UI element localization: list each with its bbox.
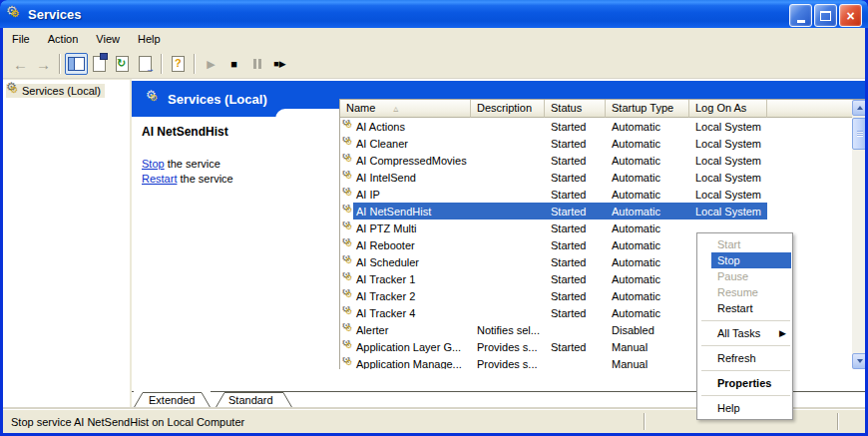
context-menu-item-stop[interactable]: Stop	[697, 252, 792, 268]
properties-button[interactable]	[88, 53, 111, 75]
service-gear-icon: ⚙⚙	[341, 120, 356, 134]
menu-separator	[701, 370, 790, 371]
service-gear-icon: ⚙⚙	[341, 221, 356, 235]
pause-icon	[252, 55, 262, 73]
context-menu-item-resume: Resume	[697, 284, 792, 300]
menu-view[interactable]: View	[87, 30, 129, 48]
service-gear-icon: ⚙⚙	[341, 154, 356, 168]
toolbar-separator	[59, 54, 61, 74]
cell-startup_type: Manual	[606, 341, 689, 353]
cell-name: ⚙⚙AI Tracker 1	[340, 272, 471, 286]
menu-help[interactable]: Help	[129, 30, 170, 48]
properties-icon	[93, 56, 106, 72]
cell-name: ⚙⚙Application Manage...	[340, 357, 471, 370]
service-row[interactable]: ⚙⚙AI IntelSendStartedAutomaticLocal Syst…	[340, 169, 852, 186]
cell-description: Provides s...	[471, 341, 545, 353]
status-text: Stop service AI NetSendHist on Local Com…	[11, 416, 244, 428]
cell-startup_type: Automatic	[606, 189, 689, 201]
export-list-button[interactable]: →	[134, 53, 157, 75]
cell-status: Started	[545, 273, 606, 285]
cell-startup_type: Automatic	[606, 222, 689, 234]
title-bar[interactable]: ⚙⚙ Services ×	[0, 0, 868, 28]
service-gear-icon: ⚙⚙	[341, 171, 356, 185]
tab-standard[interactable]: Standard	[228, 394, 273, 406]
column-header-name[interactable]: Name▵	[340, 100, 471, 118]
service-gear-icon: ⚙⚙	[341, 137, 356, 151]
cell-log_on_as: Local System	[689, 138, 767, 150]
context-menu-item-restart[interactable]: Restart	[697, 300, 792, 316]
tree-item-services-local[interactable]: ⚙⚙ Services (Local)	[6, 84, 105, 98]
minimize-button[interactable]	[789, 4, 812, 27]
menu-file[interactable]: File	[3, 30, 39, 48]
submenu-arrow-icon: ▶	[779, 325, 786, 341]
cell-name: ⚙⚙AI Scheduler	[340, 255, 471, 269]
context-menu-item-start: Start	[697, 236, 792, 252]
toolbar-separator	[161, 54, 163, 74]
service-row[interactable]: ⚙⚙AI IPStartedAutomaticLocal System	[340, 186, 852, 203]
cell-name: ⚙⚙AI Tracker 2	[340, 289, 471, 303]
cell-startup_type: Automatic	[606, 138, 689, 150]
console-tree-panel: ⚙⚙ Services (Local)	[3, 80, 132, 409]
cell-name: ⚙⚙AI IntelSend	[340, 171, 471, 185]
show-hide-console-tree-button[interactable]	[65, 53, 88, 75]
stop-service-link[interactable]: Stop	[142, 158, 165, 170]
cell-name: ⚙⚙AI Tracker 4	[340, 306, 471, 320]
back-button[interactable]: ←	[9, 53, 32, 75]
service-row[interactable]: ⚙⚙AI ActionsStartedAutomaticLocal System	[340, 118, 852, 135]
cell-startup_type: Manual	[606, 358, 689, 370]
stop-service-button[interactable]: ■	[222, 53, 245, 75]
cell-name: ⚙⚙AI Actions	[340, 120, 471, 134]
cell-startup_type: Automatic	[606, 307, 689, 319]
banner-title: Services (Local)	[168, 92, 267, 107]
service-row[interactable]: ⚙⚙AI NetSendHistStartedAutomaticLocal Sy…	[340, 203, 852, 219]
cell-startup_type: Automatic	[606, 273, 689, 285]
cell-startup_type: Disabled	[606, 324, 689, 336]
maximize-button[interactable]	[814, 4, 837, 27]
cell-startup_type: Automatic	[606, 256, 689, 268]
cell-log_on_as: Local System	[689, 155, 767, 167]
pause-service-button[interactable]	[245, 53, 268, 75]
vertical-scrollbar[interactable]	[852, 100, 865, 369]
scrollbar-thumb[interactable]	[852, 118, 865, 150]
column-header-description[interactable]: Description	[471, 100, 545, 118]
column-header-log-on-as[interactable]: Log On As	[689, 100, 767, 118]
start-icon: ▶	[207, 59, 215, 70]
help-icon: ?	[172, 56, 185, 72]
cell-name: ⚙⚙AI CompressedMovies	[340, 154, 471, 168]
cell-status: Started	[545, 172, 606, 184]
scroll-up-button[interactable]	[852, 100, 865, 116]
close-button[interactable]: ×	[839, 4, 862, 27]
context-menu-item-all-tasks[interactable]: All Tasks▶	[697, 325, 792, 341]
column-header-startup-type[interactable]: Startup Type	[606, 100, 689, 118]
cell-startup_type: Automatic	[606, 155, 689, 167]
context-menu-item-properties[interactable]: Properties	[697, 375, 792, 391]
cell-status: Started	[545, 121, 606, 133]
cell-name: ⚙⚙AI IP	[340, 188, 471, 202]
tree-item-label: Services (Local)	[22, 85, 101, 97]
context-menu-item-help[interactable]: Help	[697, 400, 792, 416]
menu-action[interactable]: Action	[39, 30, 88, 48]
cell-name: ⚙⚙AI Rebooter	[340, 238, 471, 252]
service-row[interactable]: ⚙⚙AI CompressedMoviesStartedAutomaticLoc…	[340, 152, 852, 169]
forward-button[interactable]: →	[32, 53, 55, 75]
services-gears-icon: ⚙⚙	[146, 92, 162, 106]
service-gear-icon: ⚙⚙	[341, 205, 356, 218]
cell-description: Provides s...	[471, 358, 545, 370]
service-gear-icon: ⚙⚙	[341, 340, 356, 354]
cell-status: Started	[545, 222, 606, 234]
help-button[interactable]: ?	[167, 53, 190, 75]
context-menu-item-refresh[interactable]: Refresh	[697, 350, 792, 366]
restart-service-button[interactable]: ■▶	[268, 53, 291, 75]
restart-service-link[interactable]: Restart	[142, 173, 177, 185]
tab-extended[interactable]: Extended	[149, 394, 195, 406]
context-menu-item-pause: Pause	[697, 268, 792, 284]
service-gear-icon: ⚙⚙	[341, 289, 356, 303]
service-row[interactable]: ⚙⚙AI CleanerStartedAutomaticLocal System	[340, 135, 852, 152]
column-header-status[interactable]: Status	[545, 100, 606, 118]
menu-separator	[701, 395, 790, 396]
scroll-down-button[interactable]	[852, 353, 865, 369]
cell-status: Started	[545, 206, 606, 218]
refresh-button[interactable]: ↻	[111, 53, 134, 75]
selected-service-name: AI NetSendHist	[142, 125, 271, 139]
start-service-button[interactable]: ▶	[200, 53, 222, 75]
